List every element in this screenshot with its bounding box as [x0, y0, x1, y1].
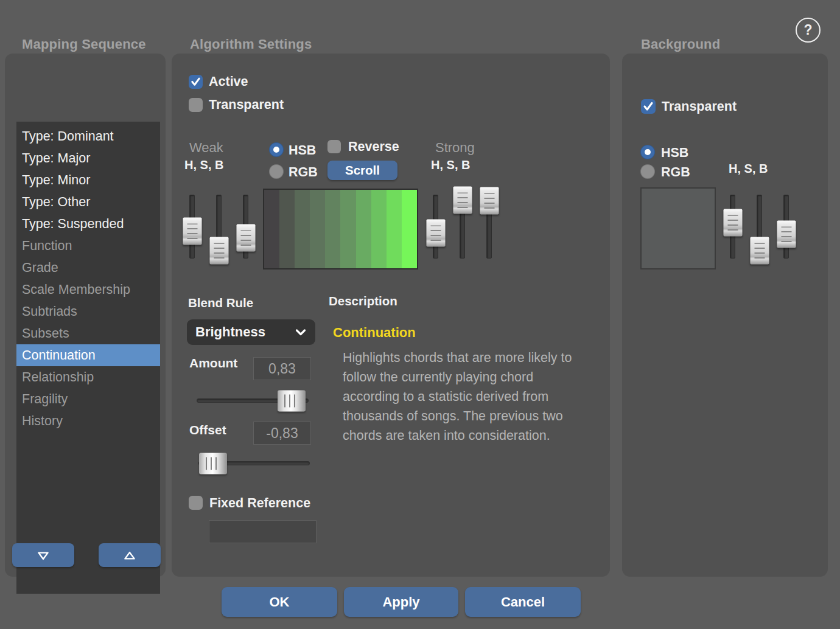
gradient-band [279, 190, 295, 268]
list-item-history[interactable]: History [16, 410, 160, 432]
bg-transparent-label: Transparent [662, 99, 737, 114]
vertical-slider-track[interactable] [757, 195, 762, 259]
background-panel: Transparent HSB RGB H, S, B [622, 54, 828, 577]
move-up-button[interactable] [99, 543, 161, 567]
vertical-slider-thumb[interactable] [183, 217, 201, 245]
vertical-slider-track[interactable] [243, 195, 248, 259]
vertical-slider-track[interactable] [216, 195, 222, 259]
strong-label: Strong [435, 140, 475, 156]
list-item-type-major[interactable]: Type: Major [16, 147, 160, 169]
apply-button[interactable]: Apply [344, 587, 458, 617]
offset-value-field[interactable]: -0,83 [253, 422, 311, 445]
mapping-list: Type: DominantType: MajorType: MinorType… [16, 122, 160, 594]
transparent-label: Transparent [209, 97, 284, 113]
rgb-radio-label: RGB [289, 165, 318, 180]
vertical-slider-thumb[interactable] [236, 224, 255, 252]
vertical-slider-thumb[interactable] [777, 220, 796, 248]
bg-hsb-radio-label: HSB [661, 145, 688, 161]
vertical-slider-track[interactable] [460, 195, 465, 259]
vertical-slider-thumb[interactable] [723, 209, 742, 237]
vertical-slider-thumb[interactable] [750, 237, 769, 264]
fixed-reference-checkbox[interactable] [189, 496, 203, 510]
list-item-fragility[interactable]: Fragility [16, 388, 160, 410]
bg-rgb-radio-label: RGB [661, 165, 690, 180]
list-item-grade[interactable]: Grade [16, 257, 160, 279]
reverse-checkbox[interactable] [327, 140, 341, 153]
weak-label: Weak [189, 140, 223, 156]
vertical-slider-track[interactable] [730, 195, 735, 259]
list-item-type-dominant[interactable]: Type: Dominant [16, 125, 160, 147]
background-title: Background [641, 36, 720, 52]
settings-dialog: ? Mapping Sequence Algorithm Settings Ba… [0, 0, 840, 629]
vertical-slider-track[interactable] [433, 195, 438, 259]
gradient-band [310, 190, 325, 268]
weak-hsb-label: H, S, B [184, 158, 223, 172]
check-icon [642, 99, 655, 113]
check-icon [189, 75, 202, 88]
radio-dot-icon [273, 147, 279, 153]
vertical-slider-track[interactable] [783, 195, 789, 259]
list-item-relationship[interactable]: Relationship [16, 366, 160, 388]
bg-transparent-checkbox[interactable] [641, 99, 656, 114]
list-item-continuation[interactable]: Continuation [16, 344, 160, 366]
bg-hsb-label: H, S, B [729, 162, 768, 176]
vertical-slider-thumb[interactable] [209, 237, 228, 264]
strong-sliders [433, 195, 492, 259]
blend-rule-value: Brightness [195, 324, 293, 340]
vertical-slider-thumb[interactable] [453, 187, 472, 214]
list-item-type-other[interactable]: Type: Other [16, 191, 160, 213]
list-item-function[interactable]: Function [16, 235, 160, 257]
vertical-slider-thumb[interactable] [480, 187, 499, 215]
fixed-reference-field[interactable] [209, 520, 317, 543]
bg-rgb-radio[interactable] [640, 164, 655, 179]
amount-slider[interactable] [197, 390, 309, 411]
chevron-down-icon [293, 325, 308, 339]
weak-sliders [189, 195, 248, 259]
reverse-label: Reverse [348, 139, 399, 155]
hsb-radio[interactable] [269, 142, 284, 157]
vertical-slider-track[interactable] [486, 195, 492, 259]
amount-value-field[interactable]: 0,83 [253, 357, 311, 380]
blend-rule-label: Blend Rule [188, 296, 253, 310]
transparent-checkbox[interactable] [189, 98, 203, 112]
help-icon[interactable]: ? [796, 18, 821, 43]
gradient-band [295, 190, 310, 268]
move-down-button[interactable] [12, 543, 74, 567]
bg-hsb-radio[interactable] [640, 145, 655, 159]
active-checkbox[interactable] [189, 75, 203, 89]
cancel-button[interactable]: Cancel [465, 587, 581, 617]
slider-handle[interactable] [278, 390, 306, 411]
triangle-up-icon [122, 547, 138, 563]
vertical-slider-thumb[interactable] [426, 219, 445, 246]
description-label: Description [329, 294, 397, 308]
gradient-band [340, 190, 355, 268]
mapping-sequence-title: Mapping Sequence [22, 36, 146, 52]
triangle-down-icon [35, 547, 51, 563]
list-item-subtriads[interactable]: Subtriads [16, 301, 160, 322]
vertical-slider-track[interactable] [189, 195, 195, 259]
description-title: Continuation [333, 325, 416, 341]
gradient-band [264, 190, 279, 268]
slider-handle[interactable] [199, 453, 227, 474]
rgb-radio[interactable] [269, 164, 284, 179]
algorithm-settings-panel: Active Transparent Weak H, S, B HSB RGB … [172, 54, 610, 577]
gradient-band [402, 190, 417, 268]
scroll-button[interactable]: Scroll [327, 161, 397, 180]
offset-slider[interactable] [198, 453, 310, 474]
radio-dot-icon [645, 149, 651, 155]
blend-rule-dropdown[interactable]: Brightness [187, 319, 315, 345]
amount-label: Amount [189, 356, 237, 370]
list-item-subsets[interactable]: Subsets [16, 322, 160, 344]
ok-button[interactable]: OK [222, 587, 337, 617]
offset-label: Offset [189, 423, 226, 437]
gradient-band [387, 190, 402, 268]
fixed-reference-label: Fixed Reference [209, 496, 310, 511]
list-item-type-minor[interactable]: Type: Minor [16, 169, 160, 191]
list-item-scale-membership[interactable]: Scale Membership [16, 279, 160, 301]
strong-hsb-label: H, S, B [431, 158, 470, 172]
list-item-type-suspended[interactable]: Type: Suspended [16, 213, 160, 235]
description-body: Highlights chords that are more likely t… [343, 348, 593, 445]
gradient-band [356, 190, 371, 268]
gradient-band [325, 190, 340, 268]
color-gradient-strip [263, 189, 418, 269]
